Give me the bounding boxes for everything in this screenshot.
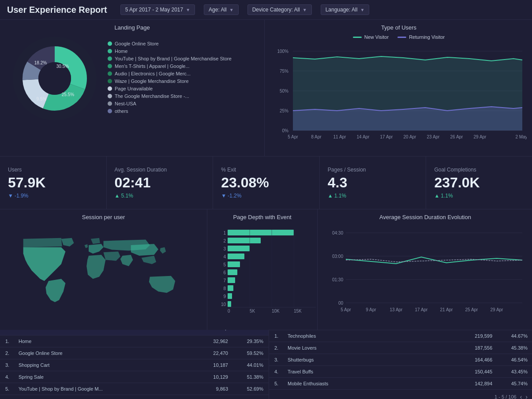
svg-text:5K: 5K [250,309,255,313]
legend-item-6: Waze | Google Merchandise Store [108,78,254,84]
svg-text:29 Apr: 29 Apr [474,134,487,139]
table-row: 2. Movie Lovers 187,556 45.38% [269,342,532,354]
legend-item-4: Men's T-Shirts | Apparel | Google... [108,63,254,69]
metric-pages: Pages / Session 4.3 ▲ 1.1% [320,157,427,209]
svg-rect-43 [228,261,240,267]
left-table-footer: 1 - 5 / 562 ‹ › [0,395,269,399]
legend-item-10: others [108,108,254,114]
metric-users-label: Users [8,167,98,173]
svg-text:0: 0 [228,309,230,313]
metric-pages-label: Pages / Session [328,167,418,173]
svg-text:04:30: 04:30 [332,231,343,235]
legend-item-3: YouTube | Shop by Brand | Google Merchan… [108,56,254,61]
page-depth-chart: 1 2 3 4 5 6 [218,227,319,313]
svg-text:17 Apr: 17 Apr [380,134,393,139]
svg-text:20 Apr: 20 Apr [404,134,417,139]
right-next-page-button[interactable]: › [525,393,528,399]
world-map [11,228,196,321]
returning-visitor-legend: Returning Visitor [397,34,445,40]
language-filter[interactable]: Language: All ▼ [321,4,370,15]
metric-exit-value: 23.08% [221,175,311,191]
metric-exit-change: ▼ -1.2% [221,193,311,199]
metric-goals: Goal Completions 237.0K ▲ 1.1% [426,157,532,209]
legend-item-5: Audio | Electronics | Google Merc... [108,71,254,76]
svg-text:25%: 25% [280,108,288,113]
age-filter[interactable]: Age: All ▼ [204,4,239,15]
svg-text:30.5%: 30.5% [56,64,69,69]
svg-text:15K: 15K [294,309,302,313]
device-filter[interactable]: Device Category: All ▼ [247,4,312,15]
table-row: 3. Shopping Cart 10,187 44.01% [0,359,269,371]
svg-text:14 Apr: 14 Apr [357,134,370,139]
svg-text:2 May: 2 May [515,134,527,139]
header: User Experience Report 5 Apr 2017 - 2 Ma… [0,0,532,20]
metric-pages-change: ▲ 1.1% [328,193,418,199]
date-range-arrow: ▼ [186,7,190,12]
table-row: 2. Google Online Store 22,470 59.52% [0,347,269,359]
svg-rect-53 [228,301,231,307]
metric-goals-value: 237.0K [434,175,525,191]
row1: Landing Page 30.5% 25.5% [0,20,532,157]
svg-text:5: 5 [223,262,226,267]
svg-text:100%: 100% [277,49,288,54]
svg-text:01:30: 01:30 [332,277,343,282]
main-grid: Landing Page 30.5% 25.5% [0,20,532,398]
svg-text:0%: 0% [282,128,289,133]
metric-users-change: ▼ -1.9% [8,193,98,199]
svg-text:25 Apr: 25 Apr [465,307,479,312]
svg-text:26 Apr: 26 Apr [450,134,464,139]
donut-container: 30.5% 25.5% 18.2% 9.5% Google Online Sto… [6,34,258,123]
svg-text:00: 00 [338,301,344,306]
legend-item-8: The Google Merchandise Store -... [108,93,254,99]
svg-text:9 Apr: 9 Apr [366,307,376,312]
svg-rect-37 [228,238,261,243]
language-arrow: ▼ [360,7,364,12]
date-range-filter[interactable]: 5 Apr 2017 - 2 May 2017 ▼ [120,4,195,15]
legend-item-1: Google Online Store [108,41,254,46]
table-row: 5. Mobile Enthusiasts 142,894 45.74% [269,378,532,390]
avg-session-chart: 04:30 03:00 01:30 00 5 Apr 9 Apr 13 Apr … [324,224,527,317]
type-of-users-title: Type of Users [271,24,527,31]
world-map-container [6,224,201,325]
svg-text:8 Apr: 8 Apr [311,134,322,139]
svg-text:9.5%: 9.5% [37,97,47,101]
svg-text:6: 6 [223,270,226,275]
metric-session-value: 02:41 [115,175,205,191]
row3: Session per user [0,209,532,317]
metric-pages-value: 4.3 [328,175,418,191]
avg-session-title: Average Session Duration Evolution [324,214,527,220]
type-of-users-legend: New Visitor Returning Visitor [271,34,527,40]
svg-rect-51 [228,293,232,299]
svg-text:7: 7 [223,278,226,283]
metric-exit: % Exit 23.08% ▼ -1.2% [213,157,320,209]
svg-text:10K: 10K [272,309,280,313]
type-of-users-panel: Type of Users New Visitor Returning Visi… [265,20,532,156]
metric-users-value: 57.9K [8,175,98,191]
metric-goals-change: ▲ 1.1% [434,193,525,199]
donut-chart: 30.5% 25.5% 18.2% 9.5% [11,34,99,123]
metric-goals-label: Goal Completions [434,167,525,173]
svg-rect-49 [228,285,233,291]
metric-session-duration: Avg. Session Duration 02:41 ▲ 5.1% [107,157,214,209]
right-prev-page-button[interactable]: ‹ [520,393,522,399]
metrics-row: Users 57.9K ▼ -1.9% Avg. Session Duratio… [0,157,532,209]
right-table-footer: 1 - 5 / 106 ‹ › [269,390,532,399]
table-row: 1. Home 32,962 29.35% [0,336,269,347]
svg-text:5 Apr: 5 Apr [288,134,298,139]
svg-text:17 Apr: 17 Apr [415,307,428,312]
session-per-user-title: Session per user [6,214,201,220]
age-arrow: ▼ [229,7,234,12]
metric-session-label: Avg. Session Duration [115,167,205,173]
svg-text:11 Apr: 11 Apr [333,134,347,139]
metric-session-change: ▲ 5.1% [115,193,205,199]
svg-text:23 Apr: 23 Apr [427,134,440,139]
page-depth-panel: Page Depth with Event 1 2 3 4 5 [207,209,318,330]
metric-exit-label: % Exit [221,167,311,173]
svg-text:75%: 75% [280,69,288,74]
svg-text:21 Apr: 21 Apr [440,307,453,312]
svg-rect-41 [228,254,244,259]
svg-text:29 Apr: 29 Apr [491,307,504,312]
legend-item-7: Page Unavailable [108,86,254,91]
device-arrow: ▼ [303,7,307,12]
svg-text:1: 1 [223,231,226,235]
